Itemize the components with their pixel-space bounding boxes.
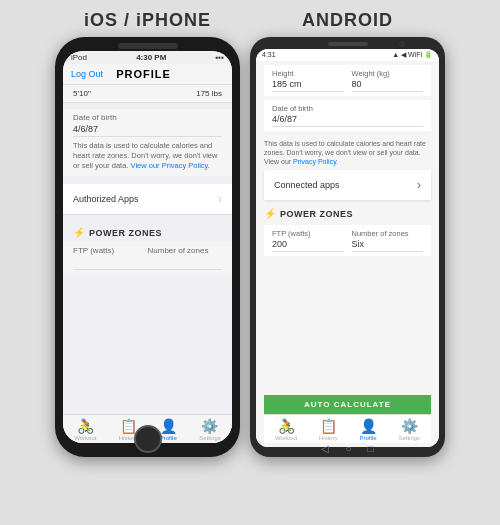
android-camera [399,41,405,47]
ios-settings-icon: ⚙️ [201,418,218,434]
ios-profile-icon: 👤 [160,418,177,434]
ios-ftp-value [73,257,148,270]
ios-ftp-field: FTP (watts) [73,246,148,270]
iphone-screen: iPod 4:30 PM ▪▪▪ Log Out PROFILE [63,51,232,443]
ios-platform-title: iOS / iPHONE [84,10,211,31]
android-autocalc-button[interactable]: AUTO CALCULATE [264,395,431,414]
android-tab-workout-label: Workout [275,435,297,441]
android-workout-icon: 🚴 [278,418,295,434]
ios-content: 5'10" 175 lbs Date of birth 4/6/87 This … [63,85,232,443]
android-home-btn[interactable]: ○ [345,443,351,454]
android-height-weight-group: Height 185 cm Weight (kg) 80 [264,65,431,96]
ios-bolt-icon: ⚡ [73,227,85,238]
ios-profile-header: 5'10" 175 lbs [63,85,232,103]
ios-tab-workout-label: Workout [74,435,96,441]
android-tab-settings[interactable]: ⚙️ Settings [398,418,420,441]
android-ftp-value: 200 [272,239,344,252]
android-content: Height 185 cm Weight (kg) 80 Date of bir… [256,61,439,447]
android-dob-label: Date of birth [272,104,423,113]
android-privacy-link[interactable]: Privacy Policy. [293,158,338,165]
android-column: ANDROID ◁ ○ □ 4:31 ▲ ◀ WiFi 🔋 [250,10,445,457]
ios-power-row: FTP (watts) Number of zones [73,246,222,270]
android-hw-row: Height 185 cm Weight (kg) 80 [272,69,423,92]
ios-tab-settings-label: Settings [199,435,221,441]
ios-status-bar: iPod 4:30 PM ▪▪▪ [63,51,232,64]
ios-info-text: This data is used to calculate calories … [73,141,222,170]
ios-ftp-label: FTP (watts) [73,246,148,255]
android-history-icon: 📋 [320,418,337,434]
ios-dob-section: Date of birth 4/6/87 This data is used t… [63,109,232,176]
ios-privacy-link[interactable]: View our Privacy Policy. [131,161,210,170]
ios-authorized-apps-item[interactable]: Authorized Apps › [63,184,232,215]
ios-authorized-apps-label: Authorized Apps [73,194,139,204]
ios-power-section: FTP (watts) Number of zones [63,242,232,274]
ios-battery-icon: ▪▪▪ [215,53,224,62]
ios-zones-field: Number of zones [148,246,223,270]
ios-weight-value: 175 lbs [196,89,222,98]
android-power-zones-title: POWER ZONES [280,209,353,219]
android-tab-workout[interactable]: 🚴 Workout [275,418,297,441]
android-power-section: FTP (watts) 200 Number of zones Six [264,225,431,256]
android-weight-field: Weight (kg) 80 [352,69,424,92]
android-zones-field: Number of zones Six [352,229,424,252]
android-height-value: 185 cm [272,79,344,92]
android-info-text-content: This data is used to calculate calories … [264,140,426,165]
android-power-zones-header: ⚡ POWER ZONES [264,206,431,221]
android-power-row: FTP (watts) 200 Number of zones Six [272,229,423,252]
android-platform-title: ANDROID [302,10,393,31]
android-back-btn[interactable]: ◁ [321,443,329,454]
android-profile-icon: 👤 [360,418,377,434]
ios-dob-label: Date of birth [73,113,222,122]
android-tab-bar: 🚴 Workout 📋 History 👤 Profile ⚙️ [264,414,431,443]
ios-profile-row: 5'10" 175 lbs [73,89,222,98]
android-screen: 4:31 ▲ ◀ WiFi 🔋 Height 185 cm We [256,49,439,447]
android-tab-profile-label: Profile [360,435,377,441]
page-wrapper: iOS / iPHONE iPod 4:30 PM ▪▪▪ Log Out PR… [0,0,500,525]
iphone-home-button[interactable] [134,425,162,453]
ios-back-button[interactable]: Log Out [71,69,103,79]
android-weight-value: 80 [352,79,424,92]
ios-tab-settings[interactable]: ⚙️ Settings [199,418,221,441]
android-tab-history-label: History [319,435,338,441]
android-zones-value: Six [352,239,424,252]
android-connected-apps-item[interactable]: Connected apps › [264,170,431,200]
android-device: ◁ ○ □ 4:31 ▲ ◀ WiFi 🔋 Height [250,37,445,457]
ios-height-value: 5'10" [73,89,91,98]
ios-dob-value: 4/6/87 [73,124,222,137]
android-connected-apps-label: Connected apps [274,180,340,190]
iphone-device: iPod 4:30 PM ▪▪▪ Log Out PROFILE [55,37,240,457]
ios-tab-profile-label: Profile [160,435,177,441]
android-recent-btn[interactable]: □ [368,443,374,454]
ios-status-time: 4:30 PM [136,53,166,62]
ios-workout-icon: 🚴 [77,418,94,434]
android-tab-settings-label: Settings [398,435,420,441]
android-status-right: ▲ ◀ WiFi 🔋 [392,51,433,59]
android-weight-label: Weight (kg) [352,69,424,78]
android-bolt-icon: ⚡ [264,208,276,219]
android-chevron-icon: › [417,178,421,192]
android-speaker [328,42,368,46]
android-status-bar: 4:31 ▲ ◀ WiFi 🔋 [256,49,439,61]
ios-tab-profile[interactable]: 👤 Profile [160,418,177,441]
android-height-field: Height 185 cm [272,69,344,92]
android-dob-group: Date of birth 4/6/87 [264,100,431,131]
ios-tab-workout[interactable]: 🚴 Workout [74,418,96,441]
ios-status-right: ▪▪▪ [215,53,224,62]
ios-column: iOS / iPHONE iPod 4:30 PM ▪▪▪ Log Out PR… [55,10,240,457]
ios-zones-label: Number of zones [148,246,223,255]
android-height-label: Height [272,69,344,78]
android-zones-label: Number of zones [352,229,424,238]
android-ftp-field: FTP (watts) 200 [272,229,344,252]
android-status-time: 4:31 [262,51,276,59]
ios-nav-title: PROFILE [116,68,171,80]
android-ftp-label: FTP (watts) [272,229,344,238]
android-nav-buttons: ◁ ○ □ [321,443,373,454]
ios-power-zones-header: ⚡ POWER ZONES [63,223,232,242]
android-dob-value: 4/6/87 [272,114,423,127]
android-info-text: This data is used to calculate calories … [264,139,431,166]
android-tab-history[interactable]: 📋 History [319,418,338,441]
ios-power-zones-title: POWER ZONES [89,228,162,238]
ios-history-icon: 📋 [120,418,137,434]
android-tab-profile[interactable]: 👤 Profile [360,418,377,441]
ios-zones-value [148,257,223,270]
